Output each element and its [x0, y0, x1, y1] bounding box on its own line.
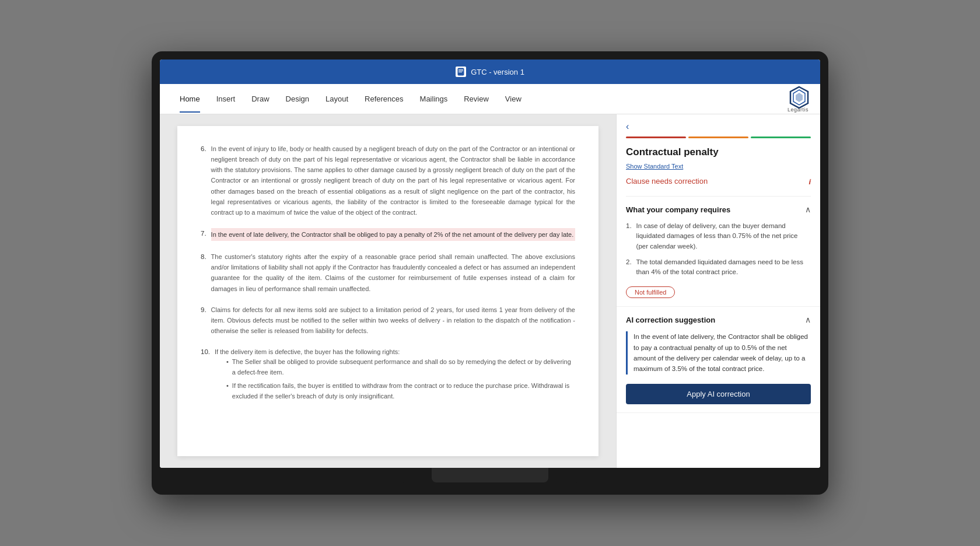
req-text-1: In case of delay of delivery, can the bu… — [636, 221, 811, 251]
clause-needs-correction: Clause needs correction — [626, 177, 708, 186]
monitor-outer: GTC - version 1 Home Insert Draw Design … — [152, 51, 828, 495]
back-button[interactable]: ‹ — [626, 121, 629, 132]
doc-text-6: In the event of injury to life, body or … — [211, 144, 575, 218]
apply-ai-correction-button[interactable]: Apply AI correction — [626, 384, 811, 404]
doc-section-7: 7. In the event of late delivery, the Co… — [201, 228, 575, 241]
requirements-section: What your company requires ∧ 1. In case … — [617, 197, 820, 307]
menu-item-references[interactable]: References — [356, 90, 411, 108]
requirements-title: What your company requires — [626, 205, 730, 214]
clause-status-row: Clause needs correction i — [626, 177, 811, 187]
doc-section-6: 6. In the event of injury to life, body … — [201, 144, 575, 218]
requirements-list: 1. In case of delay of delivery, can the… — [626, 221, 811, 277]
bullet-item-2: • If the rectification fails, the buyer … — [226, 381, 575, 401]
progress-seg-green — [751, 136, 811, 138]
req-text-2: The total demanded liquidated damages ne… — [636, 257, 811, 278]
doc-num-7: 7. — [201, 228, 206, 241]
svg-rect-1 — [459, 69, 463, 70]
menu-item-mailings[interactable]: Mailings — [412, 90, 456, 108]
req-item-1: 1. In case of delay of delivery, can the… — [626, 221, 811, 251]
info-icon: i — [808, 177, 811, 186]
menu-item-insert[interactable]: Insert — [208, 90, 244, 108]
progress-seg-red — [626, 136, 686, 138]
side-panel: ‹ Contractual penalty Show Standard Text… — [616, 114, 820, 468]
req-num-1: 1. — [626, 221, 632, 251]
doc-section-10: 10. If the delivery item is defective, t… — [201, 346, 575, 405]
bullet-item-1: • The Seller shall be obliged to provide… — [226, 357, 575, 377]
monitor-base — [402, 482, 578, 487]
doc-text-9: Claims for defects for all new items sol… — [211, 304, 575, 336]
requirements-header: What your company requires ∧ — [626, 205, 811, 214]
doc-section-9: 9. Claims for defects for all new items … — [201, 304, 575, 336]
menu-item-draw[interactable]: Draw — [243, 90, 277, 108]
svg-marker-6 — [796, 93, 803, 102]
menu-item-design[interactable]: Design — [278, 90, 317, 108]
monitor-screen: GTC - version 1 Home Insert Draw Design … — [160, 60, 820, 468]
progress-seg-orange — [688, 136, 748, 138]
doc-num-9: 9. — [201, 304, 206, 336]
chevron-up-icon[interactable]: ∧ — [805, 205, 811, 214]
doc-section-8: 8. The customer's statutory rights after… — [201, 251, 575, 294]
menu-item-view[interactable]: View — [497, 90, 530, 108]
menu-item-home[interactable]: Home — [172, 90, 208, 108]
svg-rect-3 — [459, 72, 462, 72]
chevron-up-icon-ai[interactable]: ∧ — [805, 315, 811, 324]
doc-text-7: In the event of late delivery, the Contr… — [211, 228, 575, 241]
ai-section-title: AI correction suggestion — [626, 316, 715, 324]
doc-num-8: 8. — [201, 251, 206, 294]
ai-suggestion-text: In the event of late delivery, the Contr… — [626, 331, 811, 374]
ai-section-header: AI correction suggestion ∧ — [626, 315, 811, 324]
title-bar: GTC - version 1 — [160, 60, 820, 84]
menu-item-review[interactable]: Review — [456, 90, 497, 108]
main-area: 6. In the event of injury to life, body … — [160, 114, 820, 468]
document-area: 6. In the event of injury to life, body … — [160, 114, 616, 468]
progress-bar — [626, 136, 811, 138]
doc-num-6: 6. — [201, 144, 206, 218]
legartis-logo[interactable]: Legartis — [788, 86, 808, 113]
ai-correction-section: AI correction suggestion ∧ In the event … — [617, 307, 820, 413]
bullet-text-1: The Seller shall be obliged to provide s… — [232, 357, 575, 377]
monitor-stand — [432, 468, 548, 482]
logo-label: Legartis — [788, 107, 808, 113]
svg-rect-2 — [459, 71, 463, 71]
doc-text-10: If the delivery item is defective, the b… — [215, 346, 575, 357]
menu-bar: Home Insert Draw Design Layout Reference… — [160, 84, 820, 114]
req-num-2: 2. — [626, 257, 632, 278]
doc-text-8: The customer's statutory rights after th… — [211, 251, 575, 294]
panel-title: Contractual penalty — [626, 146, 811, 158]
menu-item-layout[interactable]: Layout — [317, 90, 356, 108]
document-icon — [456, 66, 466, 77]
req-item-2: 2. The total demanded liquidated damages… — [626, 257, 811, 278]
title-bar-text: GTC - version 1 — [471, 68, 524, 76]
not-fulfilled-badge: Not fulfilled — [626, 286, 675, 298]
doc-num-10: 10. — [201, 346, 210, 405]
document-page: 6. In the event of injury to life, body … — [177, 126, 598, 456]
panel-header: ‹ Contractual penalty Show Standard Text… — [617, 114, 820, 196]
bullet-list: • The Seller shall be obliged to provide… — [226, 357, 575, 401]
bullet-text-2: If the rectification fails, the buyer is… — [232, 381, 575, 401]
show-standard-text-link[interactable]: Show Standard Text — [626, 163, 683, 170]
